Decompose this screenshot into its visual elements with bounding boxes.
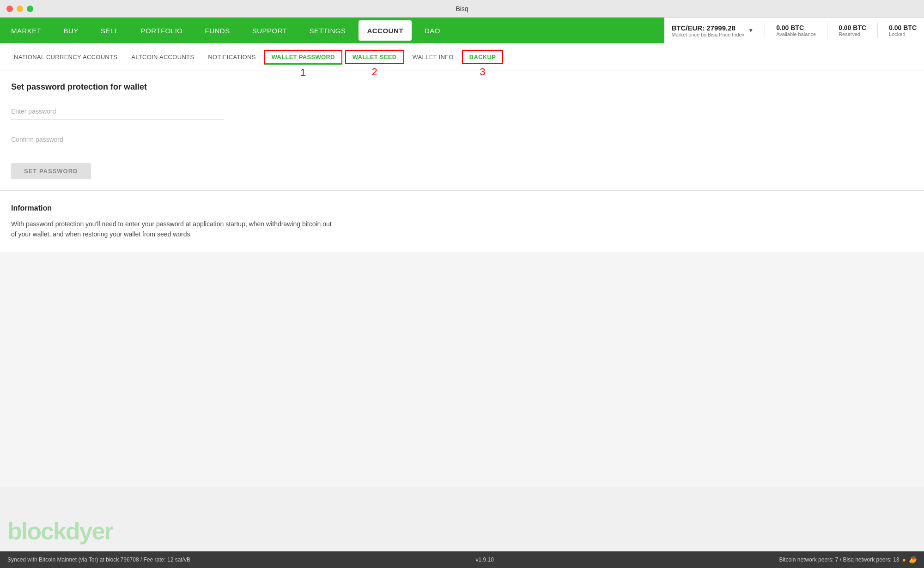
available-value: 0.00 BTC	[776, 24, 804, 31]
window-controls[interactable]	[6, 6, 33, 12]
info-heading: Information	[11, 204, 913, 212]
nav-settings[interactable]: Settings	[298, 18, 357, 43]
subnav-wallet-password[interactable]: WALLET PASSWORD	[264, 50, 342, 65]
maximize-button[interactable]	[27, 6, 33, 12]
locked-value: 0.00 BTC	[889, 24, 917, 31]
subnav-national-currency[interactable]: NATIONAL CURRENCY ACCOUNTS	[7, 50, 124, 64]
divider-3	[877, 23, 878, 38]
minimize-button[interactable]	[17, 6, 23, 12]
annotation-3: 3	[480, 66, 485, 78]
orange-dot-icon: ●	[902, 556, 906, 563]
nav-portfolio[interactable]: PORTFOLIO	[130, 18, 194, 43]
status-right-text: Bitcoin network peers: 7 / Bisq network …	[779, 556, 899, 563]
nav-support[interactable]: Support	[241, 18, 298, 43]
btc-price[interactable]: BTC/EUR: 27999.28	[672, 24, 745, 32]
nav-sell[interactable]: SELL	[90, 18, 130, 43]
available-label: Available balance	[776, 31, 816, 37]
subnav-wallet-seed[interactable]: WALLET SEED	[345, 50, 404, 64]
titlebar: Bisq	[0, 0, 924, 18]
reserved-balance: 0.00 BTC Reserved	[839, 24, 866, 37]
tab-backup-container: BACKUP 3	[462, 50, 503, 64]
nav-dao[interactable]: DAO	[413, 18, 451, 43]
nav-funds[interactable]: FUNDS	[194, 18, 241, 43]
navbar: MARKET BUY SELL PORTFOLIO FUNDS Support …	[0, 18, 924, 43]
nav-account[interactable]: Account	[359, 20, 412, 41]
enter-password-input[interactable]	[11, 103, 224, 120]
information-section: Information With password protection you…	[0, 191, 924, 253]
subnav-backup[interactable]: BACKUP	[462, 50, 503, 64]
divider-2	[827, 23, 827, 38]
price-sublabel: Market price by Bisq Price Index	[672, 32, 745, 37]
divider-1	[765, 23, 765, 38]
info-text: With password protection you'll need to …	[11, 219, 334, 240]
annotation-2: 2	[372, 66, 377, 78]
status-center: v1.9.10	[476, 556, 494, 563]
tab-wallet-password-container: WALLET PASSWORD 1	[264, 50, 342, 65]
nav-market[interactable]: MARKET	[0, 18, 53, 43]
reserved-value: 0.00 BTC	[839, 24, 866, 31]
teal-icon: 🥭	[909, 556, 917, 563]
subnav-altcoin[interactable]: ALTCOIN ACCOUNTS	[125, 50, 201, 64]
close-button[interactable]	[6, 6, 13, 12]
confirm-password-input[interactable]	[11, 131, 224, 148]
price-dropdown-icon[interactable]: ▼	[748, 27, 754, 34]
status-right: Bitcoin network peers: 7 / Bisq network …	[779, 556, 917, 563]
app-title: Bisq	[456, 5, 468, 12]
tab-wallet-seed-container: WALLET SEED 2	[345, 50, 404, 64]
watermark: blockdyer	[7, 517, 113, 545]
nav-buy[interactable]: BUY	[53, 18, 90, 43]
price-section: BTC/EUR: 27999.28 Market price by Bisq P…	[672, 24, 754, 37]
main-content: Set password protection for wallet SET P…	[0, 71, 924, 487]
subnav-wallet-info[interactable]: WALLET INFO	[406, 50, 460, 64]
available-balance: 0.00 BTC Available balance	[776, 24, 816, 37]
subnav-notifications[interactable]: NOTIFICATIONS	[201, 50, 262, 64]
statusbar: Synced with Bitcoin Mainnet (via Tor) at…	[0, 551, 924, 568]
annotation-1: 1	[300, 66, 306, 79]
status-left: Synced with Bitcoin Mainnet (via Tor) at…	[7, 556, 190, 563]
reserved-label: Reserved	[839, 31, 860, 37]
price-balance-section: BTC/EUR: 27999.28 Market price by Bisq P…	[664, 18, 924, 43]
form-heading: Set password protection for wallet	[11, 82, 913, 92]
password-form-section: Set password protection for wallet SET P…	[0, 71, 924, 191]
set-password-button[interactable]: SET PASSWORD	[11, 163, 91, 179]
locked-balance: 0.00 BTC Locked	[889, 24, 917, 37]
locked-label: Locked	[889, 31, 905, 37]
